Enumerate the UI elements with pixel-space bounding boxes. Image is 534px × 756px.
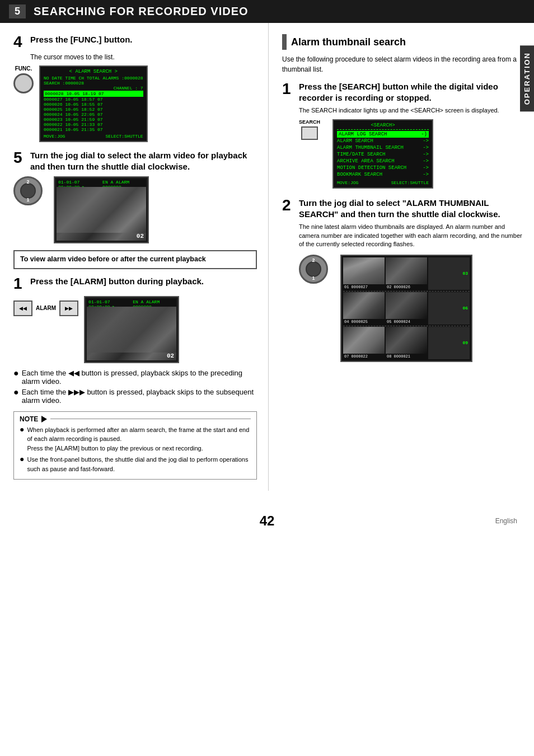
search-item-bookmark-arrow: -> bbox=[423, 172, 429, 177]
page-footer: 42 English bbox=[0, 502, 534, 538]
thumb-num-6: 06 bbox=[461, 304, 470, 312]
note-header: NOTE bbox=[20, 415, 251, 423]
thumb-cell-3: 03 bbox=[428, 257, 470, 290]
bullet-text-1: Each time the ◀◀ button is pressed, play… bbox=[22, 369, 257, 386]
page-header: 5 SEARCHING FOR RECORDED VIDEO bbox=[0, 0, 534, 23]
thumb-row-separator-2 bbox=[343, 326, 470, 326]
video-screen-substep1: 01-01-07 00:00:00 ▶ EN A ALARM 0000000 0… bbox=[84, 296, 179, 363]
alarm-row-3: 0000026 10-05 18:55 07 bbox=[44, 102, 143, 107]
alarm-screen-search: SEARCH :0000028 bbox=[44, 81, 143, 86]
note-label: NOTE bbox=[20, 415, 38, 423]
search-button-area: SEARCH bbox=[299, 119, 320, 140]
alarm-row-6: 0000023 10-05 21:59 07 bbox=[44, 117, 143, 122]
search-btn-label: SEARCH bbox=[299, 119, 320, 125]
operation-label: OPERATION bbox=[520, 45, 534, 111]
page-title: SEARCHING FOR RECORDED VIDEO bbox=[34, 5, 249, 18]
dial-num2-step2: 2 bbox=[312, 257, 315, 263]
search-screen-divider bbox=[337, 129, 429, 130]
substep1-title: Press the [ALARM] button during playback… bbox=[30, 276, 204, 287]
search-item-thumbnail: ALARM THUMBNAIL SEARCH -> bbox=[337, 144, 429, 151]
search-item-timedate: TIME/DATE SEARCH -> bbox=[337, 151, 429, 158]
search-item-alarm-log-label: ALARM LOG SEARCH bbox=[339, 132, 387, 137]
search-item-bookmark: BOOKMARK SEARCH -> bbox=[337, 171, 429, 178]
thumb-img-4 bbox=[343, 292, 385, 319]
bullet-item-1: ● Each time the ◀◀ button is pressed, pl… bbox=[13, 369, 257, 386]
search-item-timedate-arrow: -> bbox=[423, 152, 429, 157]
alarm-buttons-area: ◀◀ ALARM ▶▶ bbox=[13, 296, 78, 321]
search-item-thumbnail-arrow: -> bbox=[423, 145, 429, 151]
search-item-thumbnail-label: ALARM THUMBNAIL SEARCH bbox=[337, 145, 404, 151]
alarm-prev-icon: ◀◀ bbox=[19, 306, 27, 311]
right-step2-content: 1 2 01 0000027 bbox=[299, 255, 523, 362]
search-item-alarm: ALARM SEARCH -> bbox=[337, 138, 429, 144]
chapter-number: 5 bbox=[9, 4, 26, 18]
search-item-alarm-label: ALARM SEARCH bbox=[337, 138, 373, 144]
thumb-row-1: 01 0000027 02 0000026 03 bbox=[343, 257, 470, 290]
alarm-footer-move: MOVE:JOG bbox=[44, 134, 65, 139]
thumb-cell-4: 04 0000025 bbox=[343, 292, 385, 325]
thumb-img-8 bbox=[386, 327, 427, 354]
alarm-row-8: 0000021 10-05 21:35 07 bbox=[44, 127, 143, 132]
note-content: ● When playback is performed after an al… bbox=[20, 425, 251, 474]
alarm-row-7: 0000022 10-05 21:33 07 bbox=[44, 122, 143, 127]
thumb-row-2: 04 0000025 05 0000024 06 bbox=[343, 292, 470, 325]
dial-outer-step2: 1 2 bbox=[299, 255, 328, 284]
step5-title: Turn the jog dial to select the alarm vi… bbox=[30, 150, 257, 172]
dial-inner-step2 bbox=[306, 261, 321, 277]
note-triangle-icon bbox=[41, 416, 47, 422]
alarm-search-line: SEARCH :0000028 bbox=[44, 81, 84, 86]
search-item-motion-arrow: -> bbox=[423, 165, 429, 171]
alarm-prev-btn[interactable]: ◀◀ bbox=[13, 300, 32, 316]
thumb-cell-9: 09 bbox=[428, 327, 470, 359]
search-screen-title: <SEARCH> bbox=[337, 123, 429, 128]
alarm-row-2: 0000027 10-05 18:57 07 bbox=[44, 97, 143, 102]
substep1-content: ◀◀ ALARM ▶▶ 01-01-07 00:00:00 ▶ EN A ALA… bbox=[13, 296, 257, 363]
alarm-thumbnail-intro: Use the following procedure to select al… bbox=[282, 54, 523, 74]
left-column: 4 Press the [FUNC.] button. The cursor m… bbox=[0, 23, 269, 491]
note-text-1: When playback is performed after an alar… bbox=[27, 425, 251, 453]
alarm-center-label: ALARM bbox=[36, 305, 56, 311]
alarm-screen-footer: MOVE:JOG SELECT:SHUTTLE bbox=[44, 134, 143, 139]
right-column: Alarm thumbnail search Use the following… bbox=[269, 23, 534, 491]
note-item-1: ● When playback is performed after an al… bbox=[20, 425, 251, 453]
alarm-next-btn[interactable]: ▶▶ bbox=[59, 300, 78, 316]
search-btn-box[interactable] bbox=[301, 126, 318, 140]
func-button-area: FUNC. bbox=[13, 65, 34, 93]
jog-dial-step2: 1 2 bbox=[299, 255, 328, 284]
thumb-num-3: 03 bbox=[461, 269, 470, 278]
thumb-label-4: 04 0000025 bbox=[343, 319, 385, 325]
func-circle-icon bbox=[13, 73, 34, 93]
alarm-footer-select: SELECT:SHUTTLE bbox=[105, 134, 143, 139]
alarm-next-icon: ▶▶ bbox=[65, 306, 73, 311]
section-accent-bar bbox=[282, 34, 287, 50]
search-footer-select: SELECT:SHUTTLE bbox=[391, 180, 429, 185]
step4-content: FUNC. < ALARM SEARCH > NO DATE TIME CH T… bbox=[13, 65, 257, 142]
thumb-id-2: 02 0000026 bbox=[387, 285, 410, 289]
search-item-archive: ARCHIVE AREA SEARCH -> bbox=[337, 158, 429, 165]
right-step1-header: 1 Press the [SEARCH] button while the di… bbox=[282, 81, 523, 103]
alarm-btn-row: ◀◀ ALARM ▶▶ bbox=[13, 300, 78, 316]
step5-header: 5 Turn the jog dial to select the alarm … bbox=[13, 150, 257, 172]
dial-inner-step5 bbox=[20, 183, 36, 199]
search-item-archive-label: ARCHIVE AREA SEARCH bbox=[337, 158, 395, 164]
right-step2-subtitle: The nine latest alarm video thumbnails a… bbox=[299, 223, 523, 248]
step5-number: 5 bbox=[13, 150, 26, 166]
thumb-label-1: 01 0000027 bbox=[343, 284, 385, 290]
note-text-2: Use the front-panel buttons, the shuttle… bbox=[27, 455, 251, 473]
page-language: English bbox=[495, 517, 517, 525]
highlight-text: To view alarm video before or after the … bbox=[20, 255, 206, 263]
thumb-id-4: 04 0000025 bbox=[344, 320, 368, 324]
search-item-motion: MOTION DETECTION SEARCH -> bbox=[337, 165, 429, 171]
thumb-label-7: 07 0000022 bbox=[343, 354, 385, 359]
right-step1-content: SEARCH <SEARCH> ALARM LOG SEARCH -) ALAR… bbox=[299, 119, 523, 189]
dial-outer-step5: 1 2 bbox=[13, 176, 43, 205]
video-inner-substep1: 01-01-07 00:00:00 ▶ EN A ALARM 0000000 0… bbox=[87, 299, 176, 360]
thumb-row-3: 07 0000022 08 0000021 09 bbox=[343, 327, 470, 359]
dial-num2-step5: 2 bbox=[26, 179, 29, 185]
bullet-item-2: ● Each time the ▶▶▶ button is pressed, p… bbox=[13, 388, 257, 405]
alarm-thumbnail-header: Alarm thumbnail search bbox=[282, 34, 523, 50]
thumbnail-grid-container: 01 0000027 02 0000026 03 bbox=[340, 255, 472, 362]
thumb-cell-6: 06 bbox=[428, 292, 470, 325]
dial-num1-step5: 1 bbox=[26, 197, 29, 203]
right-step1-title: Press the [SEARCH] button while the digi… bbox=[299, 81, 523, 103]
